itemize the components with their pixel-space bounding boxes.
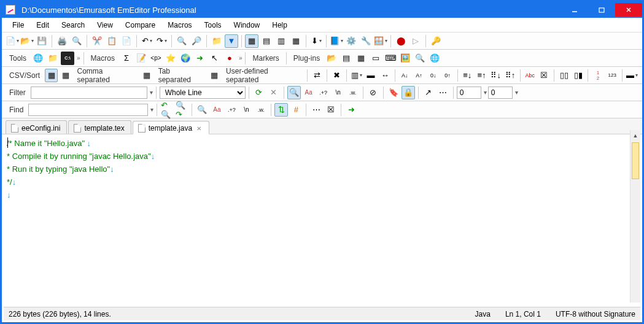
comma-sep-icon[interactable]: ▦ [59, 69, 72, 82]
copy-icon[interactable]: 📋 [105, 34, 118, 48]
find-advanced-icon[interactable]: ⋯ [309, 103, 323, 117]
delete-dup-icon[interactable]: ▯▮ [572, 69, 584, 82]
macro-globe-icon[interactable]: 🌍 [179, 52, 192, 65]
print-icon[interactable]: 🖨️ [55, 34, 69, 48]
plugin-web-icon[interactable]: 🌐 [428, 52, 441, 65]
tools-overflow-icon[interactable]: » [76, 55, 80, 61]
find-wrap-icon[interactable]: ⇅ [274, 103, 288, 117]
adjust-icon[interactable]: ↔ [379, 69, 392, 82]
filter-dropdown-icon[interactable]: ▾ [149, 89, 153, 96]
sort-few-icon[interactable]: ⠿↓ [489, 69, 502, 82]
find-count-icon[interactable]: # [289, 103, 303, 117]
popup-icon[interactable]: 🪟 [374, 34, 387, 48]
filter-below-input[interactable] [488, 87, 513, 99]
menu-edit[interactable]: Edit [31, 20, 55, 31]
spellcheck-icon[interactable]: Abc [524, 69, 537, 82]
find-icon[interactable]: 🔍 [175, 34, 188, 48]
filter-input[interactable] [31, 87, 147, 99]
columns-icon[interactable]: ▥ [350, 69, 363, 82]
find-incremental-icon[interactable]: 🔍 [195, 103, 209, 117]
help-icon[interactable]: 🔑 [429, 34, 443, 48]
filter-escape-icon[interactable]: \n [332, 86, 345, 99]
new-file-icon[interactable]: 📄 [6, 34, 19, 48]
find-word-icon[interactable]: .w. [254, 103, 268, 117]
convert-icon[interactable]: ⇄ [311, 69, 324, 82]
redo-icon[interactable]: ↷ [155, 34, 168, 48]
ruler-icon[interactable]: 123 [606, 69, 619, 82]
filter-advanced-icon[interactable]: ⋯ [436, 86, 450, 99]
open-file-icon[interactable]: 📂 [20, 34, 34, 48]
find-next-icon[interactable]: 🔍↷ [175, 103, 188, 117]
minimize-button[interactable] [561, 3, 588, 17]
user-sep-icon[interactable]: ▦ [208, 69, 221, 82]
cut-icon[interactable]: ✂️ [90, 34, 104, 48]
menu-tools[interactable]: Tools [199, 20, 227, 31]
bookmark-dup-icon[interactable]: ▯▯ [557, 69, 570, 82]
user-sep-label[interactable]: User-defined separated [222, 67, 304, 84]
filter-scope-select[interactable]: Whole Line [160, 87, 246, 99]
find-input[interactable] [28, 104, 148, 116]
macro-edit-icon[interactable]: 📝 [134, 52, 148, 65]
sort-short-icon[interactable]: ≡↓ [461, 69, 474, 82]
ie-icon[interactable]: 🌐 [31, 52, 45, 65]
plugin-snippets-icon[interactable]: ▭ [369, 52, 382, 65]
filter-abort-icon[interactable]: ✕ [267, 86, 281, 99]
scroll-up-icon[interactable]: ▲ [630, 130, 640, 141]
sort-az-icon[interactable]: A↓ [398, 69, 411, 82]
find-dropdown-icon[interactable]: ▾ [149, 106, 153, 113]
find-escape-icon[interactable]: \n [239, 103, 253, 117]
properties-icon[interactable]: ⚙️ [344, 34, 358, 48]
macro-run-icon[interactable]: ➜ [193, 52, 207, 65]
tab-sep-label[interactable]: Tab separated [155, 67, 207, 84]
plugin-outline-icon[interactable]: ▦ [354, 52, 368, 65]
menu-file[interactable]: File [7, 20, 29, 31]
find-prev-icon[interactable]: ↶🔍 [160, 103, 174, 117]
status-encoding[interactable]: UTF-8 without Signature [553, 310, 638, 318]
sort-long-icon[interactable]: ≡↑ [475, 69, 488, 82]
filter-above-input[interactable] [457, 87, 481, 99]
filter-word-icon[interactable]: .w. [346, 86, 360, 99]
comma-sep-label[interactable]: Comma separated [73, 67, 139, 84]
line-num-icon[interactable]: 12 [591, 69, 604, 82]
encoding-icon[interactable]: ⬇ [309, 34, 323, 48]
filter-out-icon[interactable]: ↗ [422, 86, 435, 99]
normal-mode-icon[interactable]: ▦ [45, 69, 58, 82]
save-icon[interactable]: 💾 [35, 34, 48, 48]
wrap-col-icon[interactable]: ▦ [289, 34, 303, 48]
find-case-icon[interactable]: Aa [210, 103, 223, 117]
filter-negative-icon[interactable]: ⊘ [367, 86, 380, 99]
wrap-page-icon[interactable]: ▥ [274, 34, 288, 48]
menu-compare[interactable]: Compare [120, 20, 161, 31]
paste-icon[interactable]: 📄 [120, 34, 133, 48]
filter-regex-icon[interactable]: .+? [317, 86, 330, 99]
filter-case-icon[interactable]: Aa [302, 86, 316, 99]
sort-09-icon[interactable]: 0↓ [427, 69, 440, 82]
plugin-search-icon[interactable]: 🔍 [413, 52, 427, 65]
maximize-button[interactable] [588, 3, 615, 17]
tab-template-tex[interactable]: template.tex [68, 120, 131, 134]
tab-close-icon[interactable]: ✕ [195, 125, 203, 132]
tab-eeconfig[interactable]: eeConfig.ini [6, 120, 67, 134]
menu-macros[interactable]: Macros [162, 20, 197, 31]
editor-area[interactable]: /* Name it "Hello.java" ↓ * Compile it b… [2, 134, 642, 307]
wrap-none-icon[interactable]: ▦ [245, 34, 258, 48]
cell-mode-icon[interactable]: ✖ [330, 69, 343, 82]
vertical-scrollbar[interactable]: ▲ [630, 130, 640, 303]
macro-cursor-icon[interactable]: ↖ [208, 52, 222, 65]
find-close-icon[interactable]: ☒ [324, 103, 338, 117]
macro-p-icon[interactable]: <p> [149, 52, 163, 65]
find-browse-icon[interactable]: ➜ [344, 103, 358, 117]
replace-icon[interactable]: 🔎 [190, 34, 203, 48]
plugin-keyboard-icon[interactable]: ⌨ [384, 52, 397, 65]
undo-icon[interactable]: ↶ [140, 34, 153, 48]
macro-dot-icon[interactable]: ● [223, 52, 236, 65]
menu-window[interactable]: Window [228, 20, 266, 31]
filter-bookmark-icon[interactable]: 🔖 [387, 86, 400, 99]
status-language[interactable]: Java [473, 310, 493, 318]
macro-star-icon[interactable]: ⭐ [164, 52, 177, 65]
explorer-icon[interactable]: 📁 [46, 52, 60, 65]
tab-sep-icon[interactable]: ▦ [140, 69, 153, 82]
menu-search[interactable]: Search [56, 20, 90, 31]
sort-many-icon[interactable]: ⠿↑ [503, 69, 516, 82]
heading-icon[interactable]: ▬ [364, 69, 377, 82]
